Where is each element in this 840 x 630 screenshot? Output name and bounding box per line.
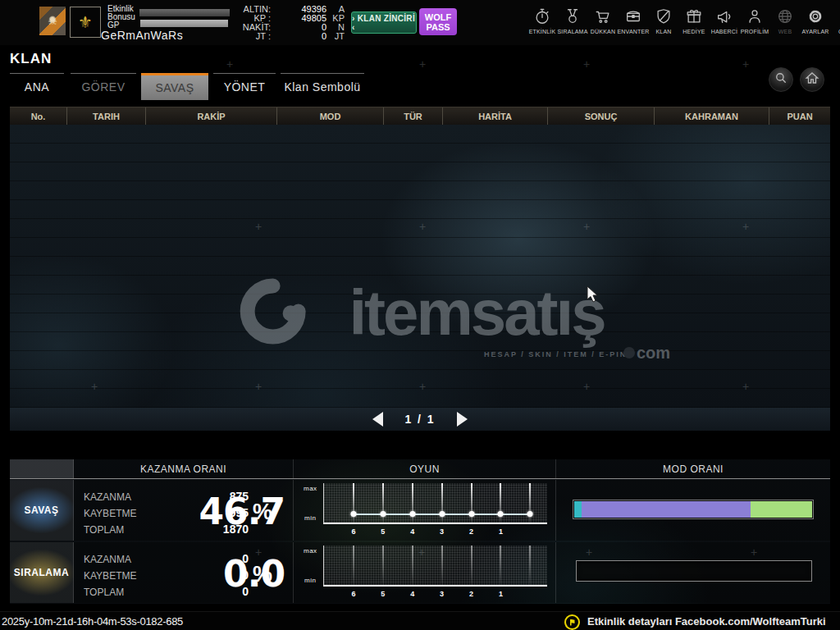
menu-item-hediye[interactable]: HEDİYE [678,6,710,34]
axis-min-label: min [304,577,316,584]
kaybetme-label: KAYBETME [84,568,136,584]
search-button[interactable] [769,67,793,92]
prev-page-button[interactable] [372,412,383,427]
wolf-pass-button[interactable]: WOLF PASS [419,8,457,35]
graph-data-point [439,511,445,517]
chest-icon [624,6,642,27]
etkinlik-bonusu-label: EtkinlikBonusu [107,5,135,21]
col-harita[interactable]: HARİTA [443,107,548,126]
menu-item-envanter[interactable]: ENVANTER [618,6,649,34]
toplam-label: TOPLAM [84,584,136,600]
currency-row-altin: ALTIN: 49396 A [232,5,347,14]
savas-oyun-cell: max min 654321 [294,480,556,541]
currency-panel: ALTIN: 49396 A KP : 49805 KP NAKİT: 0 N … [232,5,347,41]
siralama-history-graph: 654321 [323,546,547,587]
col-mod[interactable]: MOD [277,107,384,126]
currency-row-nakit: NAKİT: 0 N [232,23,347,32]
col-no[interactable]: No. [10,107,67,126]
tab-yonet[interactable]: YÖNET [213,73,276,100]
graph-gridline [353,546,354,585]
stats-row-siralama-label: SIRALAMA [10,542,74,603]
plus-decor: + [742,57,749,71]
mouse-cursor [587,285,600,307]
axis-min-label: min [304,514,316,522]
medal-icon [564,6,582,27]
gp-bar [140,20,228,27]
topbar: ☠ ⚜ EtkinlikBonusu GP GeRmAnWaRs ALTIN: … [0,0,840,45]
graph-data-point [409,511,415,517]
graph-x-label: 5 [381,527,385,536]
graph-data-point [498,511,504,517]
graph-x-label: 3 [440,590,444,598]
timer-icon [533,6,551,27]
gift-icon [685,6,703,27]
home-button[interactable] [800,67,824,92]
menu-item-siralama[interactable]: SIRALAMA [557,6,588,34]
savas-mod-ratio-bar [573,500,814,519]
person-icon [746,6,764,27]
itemsatis-watermark: itemsatış HESAP / SKIN / ITEM / E-PIN co… [10,268,830,358]
globe-icon [776,6,794,27]
stats-header-row: KAZANMA ORANI OYUN MOD ORANI [10,459,830,479]
menu-item-web[interactable]: WEB [769,6,801,34]
stats-header-spacer [10,459,74,478]
savas-mod-cell [556,480,830,541]
stats-header-oyun: OYUN [294,459,556,478]
graph-gridline [471,546,472,585]
graph-gridline [500,546,501,585]
username: GeRmAnWaRs [101,29,183,42]
win-rate-value: 0.0 [223,553,285,595]
menu-item-ayarlar[interactable]: AYARLAR [800,6,831,34]
col-sonuc[interactable]: SONUÇ [548,107,655,126]
currency-row-jt: JT : 0 JT [232,32,347,41]
kazanma-label: KAZANMA [84,551,136,568]
graph-x-label: 4 [410,527,414,536]
battle-table-body: itemsatış HESAP / SKIN / ITEM / E-PIN co… [10,125,830,408]
tab-ana[interactable]: ANA [10,73,64,100]
mod-ratio-segment-mode-b [582,501,751,518]
battle-table-header: No. TARIH RAKİP MOD TÜR HARİTA SONUÇ KAH… [10,107,830,126]
col-puan[interactable]: PUAN [769,107,830,126]
graph-x-label: 2 [469,527,473,536]
emblem-glyph: ☠ [48,15,57,27]
col-tarih[interactable]: TARIH [67,107,146,126]
menu-item-geri[interactable]: « GERİ [830,6,840,34]
mod-ratio-segment-mode-a [574,501,582,518]
tabbar: ANA GÖREV SAVAŞ YÖNET Klan Sembolü [0,73,840,100]
graph-x-label: 2 [469,590,473,598]
siralama-mod-cell [556,542,830,603]
menu-item-dukkan[interactable]: DÜKKAN [587,6,619,34]
col-tur[interactable]: TÜR [384,107,443,126]
graph-x-label: 3 [440,527,444,536]
home-icon [805,71,819,89]
graph-x-label: 4 [410,590,414,598]
graph-x-label: 1 [499,527,503,536]
mod-ratio-segment-mode-c [751,501,812,518]
wolfteam-client: ☠ ⚜ EtkinlikBonusu GP GeRmAnWaRs ALTIN: … [0,0,840,630]
stats-row-savas-label: SAVAŞ [10,480,74,541]
menu-item-haberci[interactable]: HABERCİ [709,6,740,34]
graph-data-point [380,511,386,517]
menu-item-klan[interactable]: KLAN [648,6,679,34]
tab-klan-sembolu[interactable]: Klan Sembolü [281,73,364,100]
clan-emblem-icon[interactable]: ☠ [39,7,66,35]
menu-item-profilim[interactable]: PROFİLİM [739,6,770,34]
next-page-button[interactable] [457,412,468,427]
megaphone-icon [715,6,733,27]
top-menu: ETKİNLİK SIRALAMA DÜKKAN ENVANTER [527,6,840,34]
col-rakip[interactable]: RAKİP [146,107,277,126]
cart-icon [594,6,612,27]
graph-data-point [350,511,356,517]
event-message: Etkinlik detayları Facebook.com/Wolfteam… [587,615,840,628]
klan-zinciri-button[interactable]: › KLAN ZİNCİRİ ‹ [351,11,417,34]
search-icon [774,71,788,89]
tab-savas[interactable]: SAVAŞ [141,73,208,100]
page-title: KLAN [10,51,52,67]
graph-x-label: 6 [351,590,355,598]
col-kahraman[interactable]: KAHRAMAN [655,107,769,126]
event-icon [564,614,580,630]
menu-item-etkinlik[interactable]: ETKİNLİK [527,6,558,34]
tab-gorev[interactable]: GÖREV [71,73,136,100]
graph-gridline [529,546,531,585]
gear-icon [806,6,824,27]
